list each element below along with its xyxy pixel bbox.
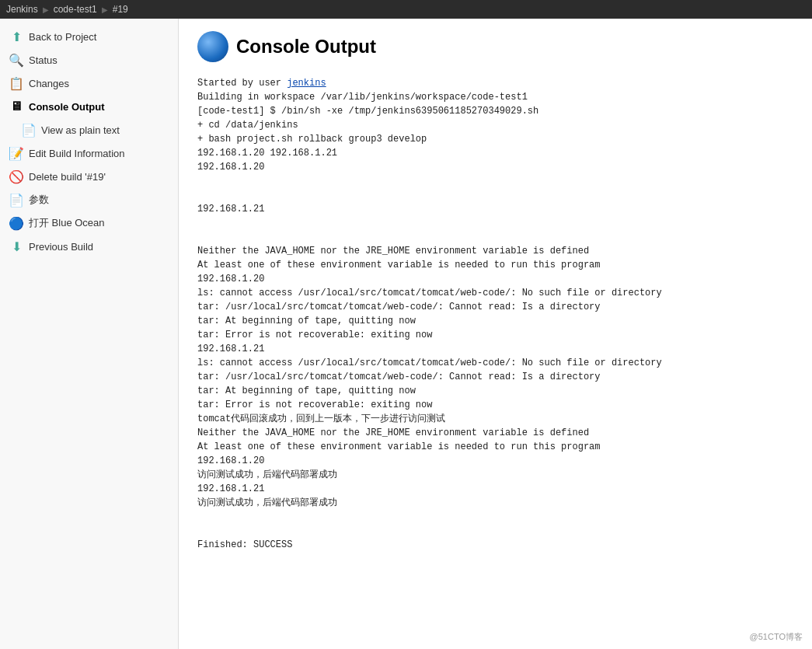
- sidebar-label-back: Back to Project: [29, 31, 96, 43]
- sidebar-item-console-output[interactable]: 🖥 Console Output: [0, 95, 178, 118]
- sidebar-label-status: Status: [29, 54, 58, 66]
- sidebar-item-view-plain-text[interactable]: 📄 View as plain text: [0, 118, 178, 141]
- sidebar-item-changes[interactable]: 📋 Changes: [0, 72, 178, 95]
- footer-watermark: @51CTO博客: [750, 631, 803, 643]
- search-icon: 🔍: [9, 53, 23, 67]
- breadcrumb-jenkins[interactable]: Jenkins: [6, 4, 38, 15]
- sidebar-label-params: 参数: [29, 193, 49, 207]
- console-output-header: Console Output: [197, 31, 793, 62]
- console-output-body: Started by user jenkins Building in work…: [197, 76, 793, 552]
- plain-text-icon: 📄: [22, 123, 36, 137]
- sidebar-label-edit-build: Edit Build Information: [29, 148, 125, 159]
- sidebar-label-changes: Changes: [29, 78, 69, 89]
- breadcrumb-project[interactable]: code-test1: [54, 4, 97, 15]
- console-icon: 🖥: [9, 99, 23, 113]
- globe-icon: [197, 31, 228, 62]
- breadcrumb-build[interactable]: #19: [113, 4, 128, 15]
- sidebar-item-status[interactable]: 🔍 Status: [0, 48, 178, 72]
- sidebar-label-console: Console Output: [29, 101, 105, 113]
- sidebar-item-delete-build[interactable]: 🚫 Delete build '#19': [0, 165, 178, 188]
- main-content: Console Output Started by user jenkins B…: [179, 19, 812, 649]
- delete-icon: 🚫: [9, 169, 23, 183]
- params-icon: 📄: [9, 193, 23, 207]
- sidebar: ⬆ Back to Project 🔍 Status 📋 Changes 🖥 C…: [0, 19, 179, 649]
- sidebar-item-edit-build-info[interactable]: 📝 Edit Build Information: [0, 141, 178, 165]
- sidebar-label-delete: Delete build '#19': [29, 171, 106, 183]
- previous-build-icon: ⬇: [9, 239, 23, 253]
- sidebar-label-blue-ocean: 打开 Blue Ocean: [29, 216, 105, 230]
- blue-ocean-icon: 🔵: [9, 216, 23, 230]
- arrow-up-icon: ⬆: [9, 30, 23, 44]
- jenkins-user-link[interactable]: jenkins: [287, 78, 326, 89]
- sidebar-item-previous-build[interactable]: ⬇ Previous Build: [0, 235, 178, 258]
- watermark-text: @51CTO博客: [750, 632, 803, 641]
- sidebar-label-plain-text: View as plain text: [41, 124, 120, 136]
- sidebar-item-back-to-project[interactable]: ⬆ Back to Project: [0, 25, 178, 48]
- edit-icon: 📝: [9, 146, 23, 160]
- sidebar-label-previous-build: Previous Build: [29, 241, 93, 253]
- breadcrumb-bar: Jenkins ▶ code-test1 ▶ #19: [0, 0, 812, 19]
- sidebar-item-params[interactable]: 📄 参数: [0, 188, 178, 211]
- sidebar-item-blue-ocean[interactable]: 🔵 打开 Blue Ocean: [0, 211, 178, 235]
- changes-icon: 📋: [9, 76, 23, 90]
- page-title: Console Output: [236, 36, 376, 58]
